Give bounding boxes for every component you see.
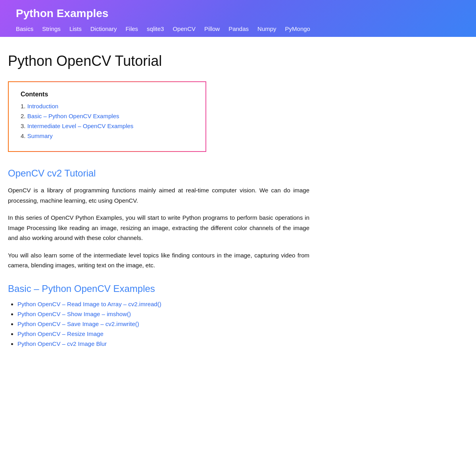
site-header: Python Examples BasicsStringsListsDictio…	[0, 0, 476, 37]
nav-item-pandas[interactable]: Pandas	[228, 25, 249, 32]
list-item-1: Python OpenCV – Show Image – imshow()	[17, 311, 309, 317]
nav-item-strings[interactable]: Strings	[42, 25, 61, 32]
contents-link-4[interactable]: Summary	[27, 132, 53, 139]
list-item-2: Python OpenCV – Save Image – cv2.imwrite…	[17, 320, 309, 327]
contents-list: 1. Introduction2. Basic – Python OpenCV …	[21, 103, 194, 139]
paragraph-intro-2: You will also learn some of the intermed…	[8, 250, 309, 271]
nav-item-dictionary[interactable]: Dictionary	[90, 25, 117, 32]
section-intro: OpenCV cv2 TutorialOpenCV is a library o…	[8, 168, 309, 271]
contents-box: Contents 1. Introduction2. Basic – Pytho…	[8, 81, 206, 152]
nav-item-files[interactable]: Files	[125, 25, 138, 32]
page-title: Python OpenCV Tutorial	[8, 53, 309, 69]
site-title[interactable]: Python Examples	[16, 7, 460, 20]
contents-link-1[interactable]: Introduction	[27, 103, 58, 109]
paragraph-intro-1: In this series of OpenCV Python Examples…	[8, 213, 309, 243]
list-item-4: Python OpenCV – cv2 Image Blur	[17, 340, 309, 347]
contents-item-3: 3. Intermediate Level – OpenCV Examples	[21, 123, 194, 129]
nav-item-pillow[interactable]: Pillow	[204, 25, 220, 32]
contents-item-2: 2. Basic – Python OpenCV Examples	[21, 113, 194, 119]
list-link-4[interactable]: Python OpenCV – cv2 Image Blur	[17, 340, 107, 347]
main-nav: BasicsStringsListsDictionaryFilessqlite3…	[16, 25, 460, 37]
section-heading-intro: OpenCV cv2 Tutorial	[8, 168, 309, 179]
contents-item-1: 1. Introduction	[21, 103, 194, 109]
nav-item-sqlite3[interactable]: sqlite3	[147, 25, 164, 32]
list-link-3[interactable]: Python OpenCV – Resize Image	[17, 330, 104, 337]
list-link-2[interactable]: Python OpenCV – Save Image – cv2.imwrite…	[17, 320, 139, 327]
contents-item-4: 4. Summary	[21, 132, 194, 139]
nav-item-opencv[interactable]: OpenCV	[173, 25, 196, 32]
section-heading-basic: Basic – Python OpenCV Examples	[8, 283, 309, 294]
nav-item-basics[interactable]: Basics	[16, 25, 33, 32]
sections-container: OpenCV cv2 TutorialOpenCV is a library o…	[8, 168, 309, 347]
contents-link-2[interactable]: Basic – Python OpenCV Examples	[27, 113, 119, 119]
contents-heading: Contents	[21, 91, 194, 98]
list-item-0: Python OpenCV – Read Image to Array – cv…	[17, 301, 309, 307]
section-basic: Basic – Python OpenCV ExamplesPython Ope…	[8, 283, 309, 347]
link-list-basic: Python OpenCV – Read Image to Array – cv…	[8, 301, 309, 347]
list-link-1[interactable]: Python OpenCV – Show Image – imshow()	[17, 311, 131, 317]
nav-item-lists[interactable]: Lists	[69, 25, 82, 32]
list-item-3: Python OpenCV – Resize Image	[17, 330, 309, 337]
nav-item-numpy[interactable]: Numpy	[257, 25, 276, 32]
contents-link-3[interactable]: Intermediate Level – OpenCV Examples	[27, 123, 134, 129]
list-link-0[interactable]: Python OpenCV – Read Image to Array – cv…	[17, 301, 161, 307]
paragraph-intro-0: OpenCV is a library of programming funct…	[8, 185, 309, 205]
main-content: Python OpenCV Tutorial Contents 1. Intro…	[0, 37, 317, 376]
nav-item-pymongo[interactable]: PyMongo	[285, 25, 310, 32]
